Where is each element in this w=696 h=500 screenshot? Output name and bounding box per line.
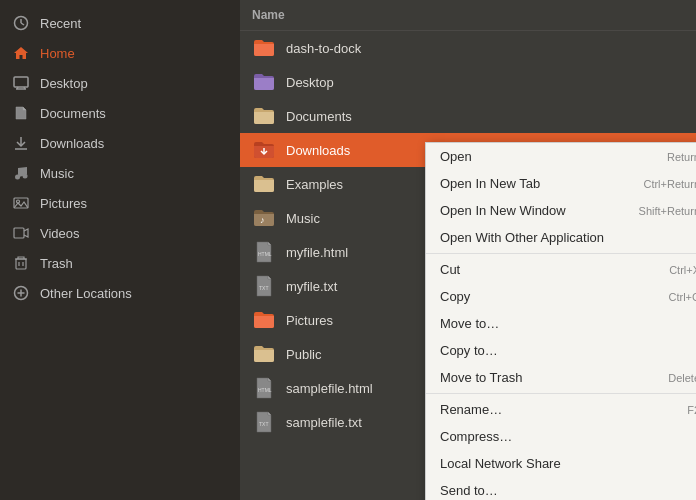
svg-point-9 bbox=[15, 175, 20, 180]
context-menu-send-to[interactable]: Send to… bbox=[426, 477, 696, 500]
html-file-icon: HTML bbox=[252, 240, 276, 264]
context-menu-copy[interactable]: Copy Ctrl+C bbox=[426, 283, 696, 310]
sidebar-item-other-locations[interactable]: Other Locations bbox=[0, 278, 240, 308]
context-menu-open-new-tab-shortcut: Ctrl+Return bbox=[643, 178, 696, 190]
context-menu-rename-shortcut: F2 bbox=[687, 404, 696, 416]
sidebar-item-pictures[interactable]: Pictures bbox=[0, 188, 240, 218]
context-menu-copy-to[interactable]: Copy to… bbox=[426, 337, 696, 364]
svg-text:♪: ♪ bbox=[260, 215, 265, 225]
desktop-icon bbox=[12, 74, 30, 92]
context-menu-open[interactable]: Open Return bbox=[426, 143, 696, 170]
folder-icon-downloads bbox=[252, 138, 276, 162]
txt-file-icon-sample: TXT bbox=[252, 410, 276, 434]
context-menu-open-new-window-shortcut: Shift+Return bbox=[639, 205, 696, 217]
svg-text:HTML: HTML bbox=[258, 387, 272, 393]
context-menu-cut[interactable]: Cut Ctrl+X bbox=[426, 256, 696, 283]
file-list-header: Name bbox=[240, 0, 696, 31]
folder-icon-desktop bbox=[252, 70, 276, 94]
sidebar-label-videos: Videos bbox=[40, 226, 80, 241]
sidebar-label-music: Music bbox=[40, 166, 74, 181]
music-icon bbox=[12, 164, 30, 182]
file-item-desktop[interactable]: Desktop bbox=[240, 65, 696, 99]
context-menu-local-network-share[interactable]: Local Network Share bbox=[426, 450, 696, 477]
sidebar-label-recent: Recent bbox=[40, 16, 81, 31]
sidebar: Recent Home Desktop Doc bbox=[0, 0, 240, 500]
context-menu-cut-label: Cut bbox=[440, 262, 460, 277]
context-menu-cut-shortcut: Ctrl+X bbox=[669, 264, 696, 276]
file-item-name-dash: dash-to-dock bbox=[286, 41, 684, 56]
context-menu-separator-2 bbox=[426, 393, 696, 394]
file-item-dash-to-dock[interactable]: dash-to-dock bbox=[240, 31, 696, 65]
sidebar-item-downloads[interactable]: Downloads bbox=[0, 128, 240, 158]
svg-point-10 bbox=[23, 174, 28, 179]
svg-rect-3 bbox=[14, 77, 28, 87]
sidebar-item-music[interactable]: Music bbox=[0, 158, 240, 188]
context-menu-move-to-trash-shortcut: Delete bbox=[668, 372, 696, 384]
svg-rect-14 bbox=[16, 259, 26, 269]
sidebar-item-videos[interactable]: Videos bbox=[0, 218, 240, 248]
html-file-icon-sample: HTML bbox=[252, 376, 276, 400]
context-menu-separator-1 bbox=[426, 253, 696, 254]
downloads-icon bbox=[12, 134, 30, 152]
folder-icon-pictures bbox=[252, 308, 276, 332]
sidebar-item-home[interactable]: Home bbox=[0, 38, 240, 68]
svg-rect-13 bbox=[14, 228, 24, 238]
context-menu-open-other-app[interactable]: Open With Other Application bbox=[426, 224, 696, 251]
sidebar-label-other-locations: Other Locations bbox=[40, 286, 132, 301]
folder-icon-public bbox=[252, 342, 276, 366]
context-menu-move-to-trash[interactable]: Move to Trash Delete bbox=[426, 364, 696, 391]
context-menu-open-new-tab[interactable]: Open In New Tab Ctrl+Return bbox=[426, 170, 696, 197]
name-column-header: Name bbox=[252, 8, 285, 22]
context-menu-send-to-label: Send to… bbox=[440, 483, 498, 498]
context-menu-open-new-tab-label: Open In New Tab bbox=[440, 176, 540, 191]
clock-icon bbox=[12, 14, 30, 32]
context-menu-open-new-window[interactable]: Open In New Window Shift+Return bbox=[426, 197, 696, 224]
sidebar-label-pictures: Pictures bbox=[40, 196, 87, 211]
svg-text:HTML: HTML bbox=[258, 251, 272, 257]
context-menu-rename[interactable]: Rename… F2 bbox=[426, 396, 696, 423]
context-menu-move-to[interactable]: Move to… bbox=[426, 310, 696, 337]
sidebar-item-trash[interactable]: Trash bbox=[0, 248, 240, 278]
documents-icon bbox=[12, 104, 30, 122]
context-menu: Open Return Open In New Tab Ctrl+Return … bbox=[425, 142, 696, 500]
txt-file-icon: TXT bbox=[252, 274, 276, 298]
svg-text:TXT: TXT bbox=[259, 421, 268, 427]
file-item-name-documents: Documents bbox=[286, 109, 684, 124]
sidebar-label-home: Home bbox=[40, 46, 75, 61]
plus-icon bbox=[12, 284, 30, 302]
folder-icon-dash bbox=[252, 36, 276, 60]
file-item-documents[interactable]: Documents bbox=[240, 99, 696, 133]
sidebar-label-desktop: Desktop bbox=[40, 76, 88, 91]
context-menu-open-label: Open bbox=[440, 149, 472, 164]
context-menu-copy-label: Copy bbox=[440, 289, 470, 304]
videos-icon bbox=[12, 224, 30, 242]
sidebar-item-recent[interactable]: Recent bbox=[0, 8, 240, 38]
context-menu-open-other-app-label: Open With Other Application bbox=[440, 230, 604, 245]
context-menu-open-shortcut: Return bbox=[667, 151, 696, 163]
pictures-icon bbox=[12, 194, 30, 212]
svg-text:TXT: TXT bbox=[259, 285, 268, 291]
main-content: Name dash-to-dock Desktop Documents bbox=[240, 0, 696, 500]
sidebar-item-documents[interactable]: Documents bbox=[0, 98, 240, 128]
context-menu-open-new-window-label: Open In New Window bbox=[440, 203, 566, 218]
context-menu-compress-label: Compress… bbox=[440, 429, 512, 444]
context-menu-move-to-trash-label: Move to Trash bbox=[440, 370, 522, 385]
file-item-name-desktop: Desktop bbox=[286, 75, 684, 90]
svg-line-2 bbox=[21, 23, 24, 25]
trash-icon bbox=[12, 254, 30, 272]
context-menu-compress[interactable]: Compress… bbox=[426, 423, 696, 450]
folder-icon-examples bbox=[252, 172, 276, 196]
context-menu-local-network-share-label: Local Network Share bbox=[440, 456, 561, 471]
context-menu-copy-to-label: Copy to… bbox=[440, 343, 498, 358]
sidebar-label-downloads: Downloads bbox=[40, 136, 104, 151]
context-menu-move-to-label: Move to… bbox=[440, 316, 499, 331]
sidebar-label-trash: Trash bbox=[40, 256, 73, 271]
sidebar-label-documents: Documents bbox=[40, 106, 106, 121]
sidebar-item-desktop[interactable]: Desktop bbox=[0, 68, 240, 98]
context-menu-copy-shortcut: Ctrl+C bbox=[669, 291, 696, 303]
context-menu-rename-label: Rename… bbox=[440, 402, 502, 417]
home-icon bbox=[12, 44, 30, 62]
folder-icon-music: ♪ bbox=[252, 206, 276, 230]
folder-icon-documents bbox=[252, 104, 276, 128]
